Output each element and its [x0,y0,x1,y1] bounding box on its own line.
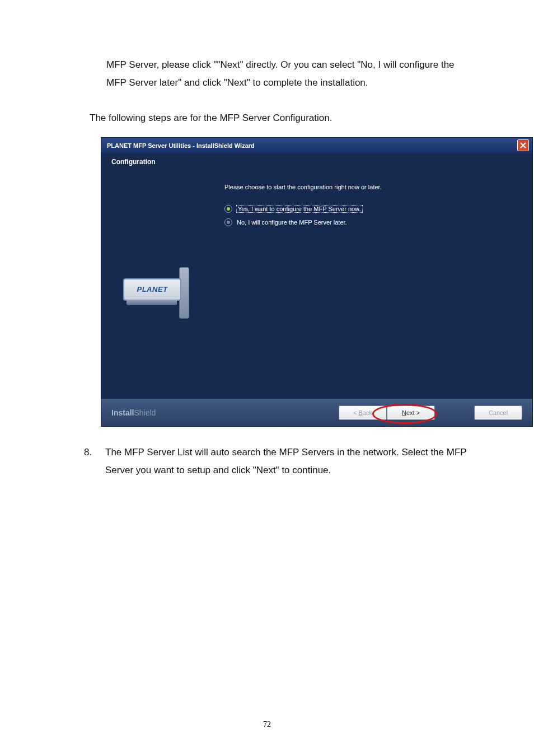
close-button[interactable] [517,139,529,151]
radio-icon [224,218,232,226]
wizard-button-group: < Back Next > Cancel [339,405,522,420]
titlebar: PLANET MFP Server Utilities - InstallShi… [101,138,532,153]
wizard-body: PLANET Please choose to start the config… [101,180,532,399]
cancel-button-label: Cancel [489,409,508,416]
radio-label-yes: Yes, I want to configure the MFP Server … [237,206,362,212]
wizard-sidebar: PLANET [113,180,208,388]
brand-main: Install [111,408,134,417]
wizard-header: Configuration [101,153,532,180]
paragraph-continuation: MFP Server, please click ""Next" directl… [106,56,467,92]
step-8: 8. The MFP Server List will auto search … [84,444,467,480]
close-icon [520,142,526,148]
radio-option-no[interactable]: No, I will configure the MFP Server late… [224,218,516,226]
next-button-label: Next > [402,409,420,416]
step-text: The MFP Server List will auto search the… [105,444,467,480]
instruction-text: Please choose to start the configuration… [224,184,516,190]
wizard-header-title: Configuration [111,158,522,166]
paragraph-intro: The following steps are for the MFP Serv… [90,109,478,127]
page-number: 72 [0,720,534,729]
radio-label-no: No, I will configure the MFP Server late… [237,219,347,226]
radio-icon [224,205,232,213]
installshield-brand: InstallShield [111,408,156,417]
step-number: 8. [84,444,105,461]
brand-sub: Shield [134,408,156,417]
window-title: PLANET MFP Server Utilities - InstallShi… [107,142,255,149]
installer-window: PLANET MFP Server Utilities - InstallShi… [101,137,533,427]
back-button-label: < Back [353,409,372,416]
wizard-content: Please choose to start the configuration… [208,180,521,388]
back-button[interactable]: < Back [339,405,387,420]
wizard-footer: InstallShield < Back Next > Cancel [101,399,532,426]
radio-option-yes[interactable]: Yes, I want to configure the MFP Server … [224,205,516,213]
router-illustration: PLANET [121,267,199,334]
router-base-icon [127,300,177,305]
cancel-button[interactable]: Cancel [474,405,522,420]
next-button[interactable]: Next > [387,405,435,420]
router-body-icon: PLANET [123,278,181,301]
router-brand-label: PLANET [137,285,168,293]
back-next-wrap: < Back Next > [339,405,435,420]
document-page: MFP Server, please click ""Next" directl… [0,0,534,756]
